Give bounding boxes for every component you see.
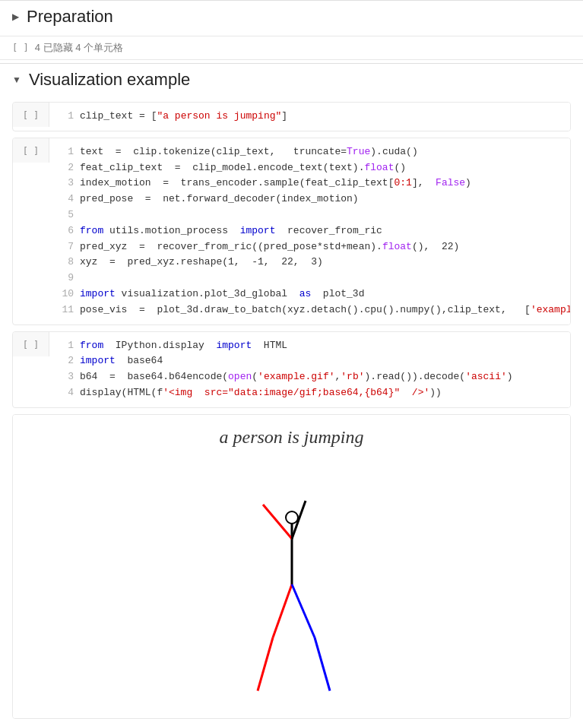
cell-2-pre: 1text = clip.tokenize(clip_text, truncat… [59,144,571,318]
visualization-title: Visualization example [29,70,190,90]
cell-3-indicator: [ ] [13,332,49,356]
cell-2-code[interactable]: 1text = clip.tokenize(clip_text, truncat… [49,138,571,324]
svg-line-6 [292,501,306,539]
visualization-arrow-icon: ▼ [12,74,21,85]
preparation-arrow-icon: ▶ [12,11,19,22]
hidden-cells-text: 4 已隐藏 4 个单元格 [35,41,123,55]
cell-1-indicator-text: [ ] [23,110,40,121]
hidden-cell-indicator: [ ] [12,43,29,53]
output-cell: a person is jumping [12,414,571,719]
cell-1-code[interactable]: 1clip_text = ["a person is jumping"] [49,103,570,131]
cell-2-indicator: [ ] [13,138,49,163]
code-cell-3: [ ] 1from IPython.display import HTML 2i… [12,331,571,408]
cell-1-indicator: [ ] [13,103,49,127]
svg-line-1 [273,584,292,638]
preparation-title: Preparation [27,7,113,27]
cell-3-pre: 1from IPython.display import HTML 2impor… [59,338,561,401]
cell-1-pre: 1clip_text = ["a person is jumping"] [59,109,561,125]
svg-line-4 [315,638,330,691]
preparation-section-header[interactable]: ▶ Preparation [0,0,583,33]
visualization-section-header[interactable]: ▼ Visualization example [0,63,583,96]
visualization-output: a person is jumping [13,415,570,718]
hidden-cells-bar[interactable]: [ ] 4 已隐藏 4 个单元格 [0,36,583,60]
pagination-bar: 1 [12,725,571,728]
viz-title: a person is jumping [25,427,558,448]
svg-line-2 [258,638,273,691]
svg-point-7 [286,511,298,524]
pose-figure [216,463,368,706]
visualization-section: ▼ Visualization example [ ] 1clip_text =… [0,63,583,728]
cell-3-code[interactable]: 1from IPython.display import HTML 2impor… [49,332,570,407]
cell-3-indicator-text: [ ] [23,340,40,350]
svg-line-3 [292,584,315,638]
code-cell-2: [ ] 1text = clip.tokenize(clip_text, tru… [12,138,571,325]
code-cell-1: [ ] 1clip_text = ["a person is jumping"] [12,102,571,131]
cell-2-indicator-text: [ ] [23,146,40,157]
